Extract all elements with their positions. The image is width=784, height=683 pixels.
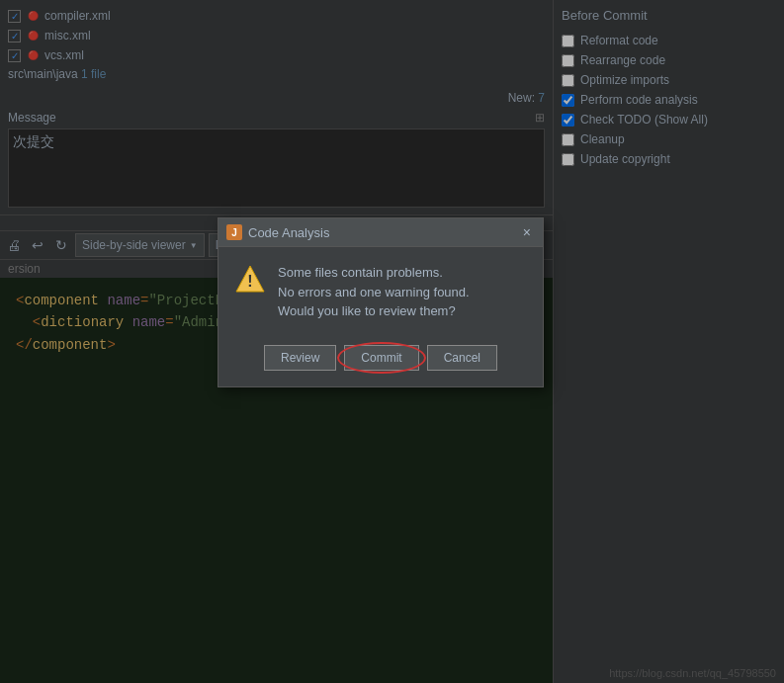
cancel-button[interactable]: Cancel [427, 345, 497, 371]
modal-message-line1: Some files contain problems. [278, 263, 470, 283]
commit-button[interactable]: Commit [344, 345, 418, 371]
modal-message: Some files contain problems. No errors a… [278, 263, 470, 321]
modal-body: ! Some files contain problems. No errors… [218, 247, 543, 337]
modal-title-icon: J [226, 224, 242, 240]
modal-titlebar: J Code Analysis × [218, 218, 543, 247]
modal-title-text: Code Analysis [248, 225, 519, 240]
svg-text:!: ! [247, 273, 252, 290]
modal-message-line3: Would you like to review them? [278, 301, 470, 321]
main-container: 🔴 compiler.xml 🔴 misc.xml 🔴 vcs.xml src\… [0, 0, 784, 683]
modal-message-line2: No errors and one warning found. [278, 283, 470, 302]
modal-overlay: J Code Analysis × ! Some files contain p… [0, 0, 784, 683]
modal-buttons: Review Commit Cancel [218, 337, 543, 386]
review-button[interactable]: Review [264, 345, 336, 371]
warning-icon: ! [234, 263, 266, 295]
modal-dialog: J Code Analysis × ! Some files contain p… [218, 217, 544, 387]
modal-close-button[interactable]: × [519, 224, 535, 240]
